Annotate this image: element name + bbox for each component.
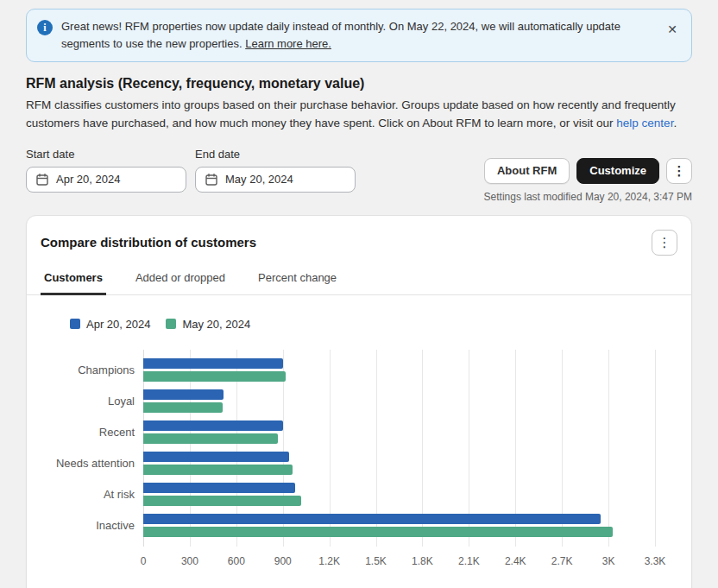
category-labels: ChampionsLoyalRecentNeeds attentionAt ri… [41,350,143,547]
customize-button[interactable]: Customize [576,158,659,184]
help-center-link[interactable]: help center [616,117,673,130]
chart-legend: Apr 20, 2024 May 20, 2024 [70,318,677,331]
category-label: Loyal [41,386,143,417]
banner-message: Great news! RFM properties now update da… [61,20,620,50]
bar-apr-20-2024[interactable] [143,514,601,524]
info-banner: i Great news! RFM properties now update … [26,9,692,62]
category-label: Recent [41,417,143,448]
x-axis-tick: 1.2K [318,555,340,567]
category-label: Needs attention [41,448,143,479]
header-buttons: About RFM Customize ⋮ [484,158,692,184]
x-axis-tick: 2.1K [458,555,480,567]
bar-chart: ChampionsLoyalRecentNeeds attentionAt ri… [41,350,677,588]
compare-distribution-card: Compare distribution of customers ⋮ Cust… [26,215,692,588]
banner-learn-more-link[interactable]: Learn more here. [245,37,331,50]
bar-may-20-2024[interactable] [143,371,286,382]
legend-item-apr: Apr 20, 2024 [70,318,150,331]
x-axis-tick: 0 [141,555,147,567]
page-description: RFM classifies customers into groups bas… [26,97,692,132]
end-date-group: End date May 20, 2024 [195,148,356,193]
card-header: Compare distribution of customers ⋮ [27,230,691,256]
bar-may-20-2024[interactable] [143,465,293,475]
card-kebab-menu-icon[interactable]: ⋮ [652,230,677,256]
x-axis-tick: 3K [602,555,615,567]
kebab-menu-icon[interactable]: ⋮ [666,158,692,184]
bar-group [143,417,655,448]
close-icon[interactable]: ✕ [664,20,681,39]
bar-may-20-2024[interactable] [143,527,613,537]
calendar-icon [205,173,218,187]
end-date-value: May 20, 2024 [225,173,293,186]
legend-item-may: May 20, 2024 [166,318,250,331]
calendar-icon [35,173,49,187]
legend-swatch-green [166,319,176,329]
legend-label: Apr 20, 2024 [86,318,150,331]
bar-apr-20-2024[interactable] [143,452,289,462]
tab-added-or-dropped[interactable]: Added or dropped [132,268,229,295]
chart-bars [143,350,655,547]
bar-apr-20-2024[interactable] [143,483,295,493]
settings-last-modified: Settings last modified May 20, 2024, 3:4… [484,191,692,203]
legend-label: May 20, 2024 [182,318,250,331]
page-description-text: RFM classifies customers into groups bas… [26,98,676,129]
tab-percent-change[interactable]: Percent change [255,268,340,295]
start-date-input[interactable]: Apr 20, 2024 [26,167,186,193]
card-title: Compare distribution of customers [41,235,256,250]
bar-apr-20-2024[interactable] [143,358,283,369]
x-axis-tick: 3.3K [645,555,666,567]
x-axis: 03006009001.2K1.5K1.8K2.1K2.4K2.7K3K3.3K [143,555,655,571]
chart-body: ChampionsLoyalRecentNeeds attentionAt ri… [41,350,677,547]
chart-plot-area [143,350,655,547]
category-label: Inactive [41,510,143,541]
category-label: Champions [41,355,143,386]
bar-apr-20-2024[interactable] [143,389,224,400]
start-date-value: Apr 20, 2024 [56,173,120,186]
x-axis-tick: 2.7K [551,555,573,567]
page-description-end: . [673,117,677,130]
x-axis-tick: 1.8K [412,555,433,567]
bar-may-20-2024[interactable] [143,402,223,413]
page-title: RFM analysis (Recency, frequency, moneta… [26,76,692,92]
x-axis-tick: 900 [274,555,292,567]
banner-text: Great news! RFM properties now update da… [61,18,655,53]
header-actions: About RFM Customize ⋮ Settings last modi… [484,158,692,203]
grid-line [655,350,656,547]
bar-group [143,510,655,541]
start-date-group: Start date Apr 20, 2024 [26,148,186,193]
bar-may-20-2024[interactable] [143,433,278,444]
tab-customers[interactable]: Customers [41,268,106,295]
x-axis-tick: 300 [181,555,198,567]
x-axis-tick: 600 [228,555,245,567]
start-date-label: Start date [26,148,186,161]
x-axis-tick: 1.5K [365,555,387,567]
page: i Great news! RFM properties now update … [0,0,718,588]
bar-group [143,355,655,386]
about-rfm-button[interactable]: About RFM [484,158,570,184]
category-label: At risk [41,479,143,510]
bar-group [143,448,655,479]
end-date-label: End date [195,148,356,161]
bar-group [143,479,655,510]
legend-swatch-blue [70,319,80,329]
end-date-input[interactable]: May 20, 2024 [195,167,356,193]
bar-group [143,386,655,417]
info-icon: i [37,20,53,35]
bar-may-20-2024[interactable] [143,496,301,506]
card-tabs: Customers Added or dropped Percent chang… [27,268,691,295]
x-axis-tick: 2.4K [505,555,526,567]
controls-row: Start date Apr 20, 2024 End date [26,148,692,203]
bar-apr-20-2024[interactable] [143,420,283,431]
